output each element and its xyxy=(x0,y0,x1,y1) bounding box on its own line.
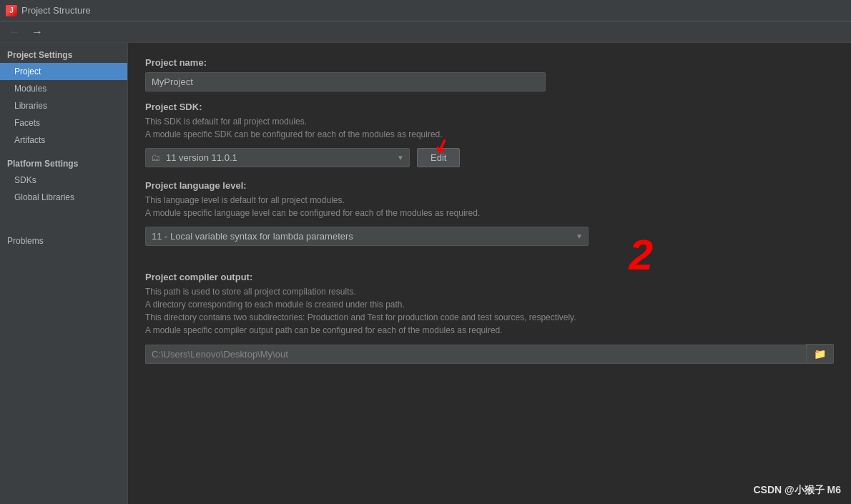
project-lang-title: Project language level: xyxy=(145,180,834,191)
title-bar: J Project Structure xyxy=(0,0,851,21)
annotation-number-2: 2 xyxy=(629,234,653,277)
forward-button[interactable]: → xyxy=(29,24,46,40)
platform-settings-header: Platform Settings xyxy=(0,154,127,172)
watermark: CSDN @小猴子 M6 xyxy=(753,484,841,497)
lang-level-container: 11 - Local variable syntax for lambda pa… xyxy=(145,227,589,259)
sdk-dropdown[interactable]: 11 version 11.0.1 xyxy=(145,148,410,167)
project-sdk-title: Project SDK: xyxy=(145,102,834,112)
project-sdk-desc1: This SDK is default for all project modu… xyxy=(145,115,834,141)
app-icon: J xyxy=(6,5,17,16)
project-settings-header: Project Settings xyxy=(0,46,127,63)
sidebar-divider-2 xyxy=(0,206,127,212)
project-lang-desc: This language level is default for all p… xyxy=(145,194,834,219)
sidebar: Project Settings Project Modules Librari… xyxy=(0,43,128,504)
sidebar-item-sdks[interactable]: SDKs xyxy=(0,172,127,189)
compiler-output-row: 📁 xyxy=(145,344,834,364)
sidebar-item-artifacts[interactable]: Artifacts xyxy=(0,132,127,149)
compiler-output-input[interactable] xyxy=(145,345,806,364)
sidebar-divider xyxy=(0,149,127,154)
sidebar-item-global-libraries[interactable]: Global Libraries xyxy=(0,189,127,206)
project-name-input[interactable] xyxy=(145,72,546,92)
sidebar-item-libraries[interactable]: Libraries xyxy=(0,97,127,114)
sidebar-item-problems[interactable]: Problems xyxy=(0,232,127,250)
main-layout: Project Settings Project Modules Librari… xyxy=(0,43,851,504)
lang-level-dropdown[interactable]: 11 - Local variable syntax for lambda pa… xyxy=(145,227,589,246)
lang-select-wrap: 11 - Local variable syntax for lambda pa… xyxy=(145,227,589,246)
sidebar-item-modules[interactable]: Modules xyxy=(0,80,127,97)
window-title: Project Structure xyxy=(21,5,91,16)
sdk-select-container: 🗂 11 version 11.0.1 ▼ ↙ xyxy=(145,148,410,167)
compiler-browse-button[interactable]: 📁 xyxy=(806,344,834,364)
sidebar-item-project[interactable]: Project xyxy=(0,63,127,80)
sdk-row: 🗂 11 version 11.0.1 ▼ ↙ Edit xyxy=(145,148,834,167)
sidebar-item-facets[interactable]: Facets xyxy=(0,114,127,132)
compiler-output-desc: This path is used to store all project c… xyxy=(145,285,834,337)
back-button[interactable]: ← xyxy=(6,24,23,40)
sidebar-divider-3 xyxy=(0,212,127,217)
sdk-select-wrap: 🗂 11 version 11.0.1 ▼ xyxy=(145,148,410,167)
project-name-label: Project name: xyxy=(145,57,834,68)
content-area: Project name: Project SDK: This SDK is d… xyxy=(128,43,851,504)
nav-bar: ← → xyxy=(0,21,851,43)
compiler-output-title: Project compiler output: xyxy=(145,272,834,282)
